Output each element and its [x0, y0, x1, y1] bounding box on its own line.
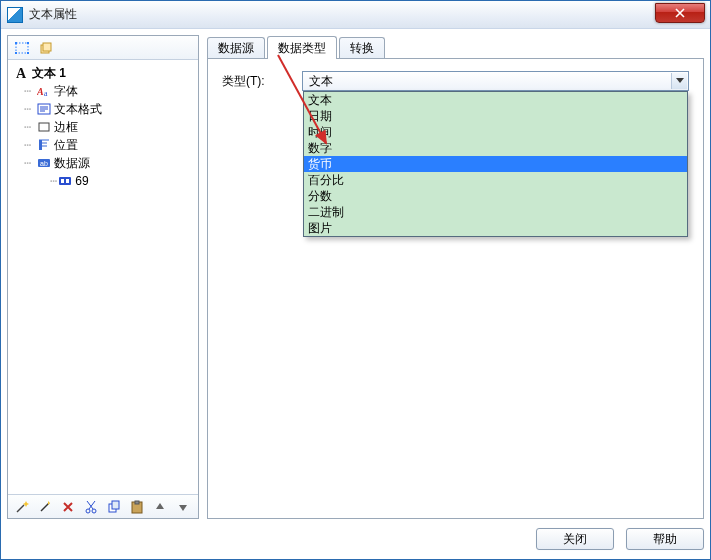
toolbar-btn-down[interactable]	[173, 498, 193, 516]
datasource-icon: ab	[36, 156, 52, 170]
type-option[interactable]: 分数	[304, 188, 687, 204]
type-option[interactable]: 数字	[304, 140, 687, 156]
tree-item-label: 边框	[54, 119, 78, 136]
tree-view[interactable]: A 文本 1 ⋯ Aa 字体 ⋯ 文本格式 ⋯	[8, 60, 198, 494]
toolbar-btn-new-wand[interactable]	[12, 498, 32, 516]
left-panel: A 文本 1 ⋯ Aa 字体 ⋯ 文本格式 ⋯	[7, 35, 199, 519]
svg-text:A: A	[37, 86, 44, 97]
paste-icon	[130, 500, 144, 514]
tree-item-label: 69	[75, 174, 88, 188]
toolbar-btn-delete[interactable]	[58, 498, 78, 516]
svg-marker-35	[179, 505, 187, 511]
arrow-down-icon	[177, 501, 189, 513]
type-option-label: 分数	[308, 188, 332, 205]
window-title: 文本属性	[29, 6, 77, 23]
tree-item-border[interactable]: ⋯ 边框	[10, 118, 196, 136]
svg-point-29	[92, 509, 96, 513]
type-option-label: 百分比	[308, 172, 344, 189]
tree-item-datasource[interactable]: ⋯ ab 数据源	[10, 154, 196, 172]
text-format-icon	[36, 102, 52, 116]
svg-rect-1	[15, 42, 17, 44]
close-button[interactable]	[655, 3, 705, 23]
svg-marker-36	[676, 78, 684, 83]
tab-label: 数据源	[218, 40, 254, 57]
left-toolbar-top	[8, 36, 198, 60]
button-label: 帮助	[653, 531, 677, 548]
font-icon: Aa	[36, 84, 52, 98]
toolbar-btn-cut[interactable]	[81, 498, 101, 516]
type-option[interactable]: 文本	[304, 92, 687, 108]
tree-item-position[interactable]: ⋯ 位置	[10, 136, 196, 154]
tab-datasource[interactable]: 数据源	[207, 37, 265, 59]
type-dropdown[interactable]: 文本 日期 时间 数字 货币 百分比 分数 二进制 图片	[303, 91, 688, 237]
toolbar-btn-pages[interactable]	[36, 39, 56, 57]
type-option-label: 日期	[308, 108, 332, 125]
delete-icon	[62, 501, 74, 513]
tab-label: 转换	[350, 40, 374, 57]
svg-rect-21	[59, 177, 71, 185]
type-select[interactable]: 文本 文本 日期 时间 数字 货币 百分比 分数 二进制 图片	[302, 71, 689, 91]
tree-item-label: 数据源	[54, 155, 90, 172]
position-icon	[36, 138, 52, 152]
svg-marker-34	[156, 503, 164, 509]
wand-icon	[38, 500, 52, 514]
svg-rect-0	[16, 43, 28, 53]
svg-rect-3	[15, 52, 17, 54]
svg-line-26	[41, 503, 49, 511]
tab-datatype[interactable]: 数据类型	[267, 36, 337, 59]
tree-item-datasource-child[interactable]: ⋯ 69	[10, 172, 196, 190]
chevron-down-icon	[676, 78, 684, 84]
type-option-label: 数字	[308, 140, 332, 157]
svg-marker-27	[48, 501, 50, 505]
tab-body: 类型(T): 文本 文本 日期 时间 数字 货币 百分比 分数 二进制	[207, 58, 704, 519]
tab-label: 数据类型	[278, 40, 326, 57]
svg-rect-33	[135, 501, 139, 504]
type-option-label: 文本	[308, 92, 332, 109]
button-label: 关闭	[563, 531, 587, 548]
type-option[interactable]: 二进制	[304, 204, 687, 220]
close-dialog-button[interactable]: 关闭	[536, 528, 614, 550]
tree-item-text-format[interactable]: ⋯ 文本格式	[10, 100, 196, 118]
toolbar-btn-wand[interactable]	[35, 498, 55, 516]
right-panel: 数据源 数据类型 转换 类型(T): 文本 文本 日期 时间 数字 货币	[207, 35, 704, 519]
pages-icon	[38, 41, 54, 55]
text-root-icon: A	[14, 66, 30, 80]
type-option[interactable]: 时间	[304, 124, 687, 140]
wand-star-icon	[15, 500, 29, 514]
svg-point-28	[86, 509, 90, 513]
svg-rect-2	[27, 42, 29, 44]
toolbar-btn-up[interactable]	[150, 498, 170, 516]
datasource-child-icon	[57, 174, 73, 188]
tree-item-font[interactable]: ⋯ Aa 字体	[10, 82, 196, 100]
type-option[interactable]: 日期	[304, 108, 687, 124]
help-button[interactable]: 帮助	[626, 528, 704, 550]
svg-rect-4	[27, 52, 29, 54]
tree-connector: ⋯	[24, 102, 36, 116]
type-option[interactable]: 图片	[304, 220, 687, 236]
svg-rect-23	[66, 179, 69, 183]
footer: 关闭 帮助	[7, 525, 704, 553]
toolbar-btn-select-bounds[interactable]	[12, 39, 32, 57]
type-option-label: 货币	[308, 156, 332, 173]
tree-item-label: 位置	[54, 137, 78, 154]
svg-rect-6	[43, 43, 51, 51]
type-select-arrow[interactable]	[671, 73, 687, 89]
tree-root[interactable]: A 文本 1	[10, 64, 196, 82]
tab-bar: 数据源 数据类型 转换	[207, 35, 704, 59]
svg-text:ab: ab	[40, 160, 48, 167]
left-toolbar-bottom	[8, 494, 198, 518]
close-icon	[675, 8, 685, 18]
tab-transform[interactable]: 转换	[339, 37, 385, 59]
toolbar-btn-paste[interactable]	[127, 498, 147, 516]
type-option-highlighted[interactable]: 货币	[304, 156, 687, 172]
tree-item-label: 文本格式	[54, 101, 102, 118]
tree-root-label: 文本 1	[32, 65, 66, 82]
svg-rect-22	[61, 179, 64, 183]
type-option-label: 二进制	[308, 204, 344, 221]
tree-connector: ⋯	[24, 156, 36, 170]
svg-rect-31	[112, 501, 119, 509]
type-option[interactable]: 百分比	[304, 172, 687, 188]
cut-icon	[84, 500, 98, 514]
toolbar-btn-copy[interactable]	[104, 498, 124, 516]
arrow-up-icon	[154, 501, 166, 513]
